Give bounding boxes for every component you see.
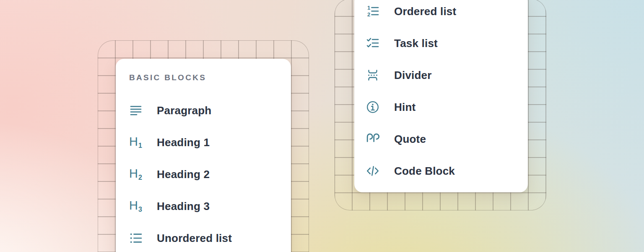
svg-text:2: 2 [367,11,370,18]
list-item-label: Ordered list [394,5,456,18]
list-item[interactable]: 12Ordered list [366,0,528,27]
list-item-label: Heading 3 [157,200,210,213]
list-item-label: Task list [394,37,438,50]
quote-icon [366,132,380,146]
list-item[interactable]: H1Heading 1 [129,126,291,158]
list-item-label: Paragraph [157,104,211,117]
paragraph-icon [129,104,143,117]
list-item[interactable]: H2Heading 2 [129,158,291,190]
ordered-list-icon: 12 [366,5,380,18]
divider-icon [366,68,380,82]
list-item-label: Code Block [394,165,455,178]
unordered-list-icon [129,231,143,245]
code-block-icon [366,164,380,178]
list-item[interactable]: Unordered list [129,222,291,252]
section-label-basic-blocks: BASIC BLOCKS [129,73,291,82]
list-item-label: Unordered list [157,232,232,245]
list-item[interactable]: Paragraph [129,94,291,126]
hint-icon [366,100,380,114]
blocks-item-list: 12Ordered listTask listDividerHintQuoteC… [366,0,528,187]
list-item-label: Quote [394,133,426,146]
heading-1-icon: H1 [129,136,143,149]
editor-blocks-hero: BASIC BLOCKS ParagraphH1Heading 1H2Headi… [0,0,644,252]
list-item-label: Divider [394,69,432,82]
list-item[interactable]: Task list [366,27,528,59]
task-list-icon [366,37,380,50]
list-item-label: Hint [394,101,415,114]
svg-text:1: 1 [367,5,370,11]
basic-blocks-item-list: ParagraphH1Heading 1H2Heading 2H3Heading… [129,94,291,252]
blocks-menu-continued: 12Ordered listTask listDividerHintQuoteC… [354,0,528,192]
list-item[interactable]: Code Block [366,155,528,187]
list-item[interactable]: Divider [366,59,528,91]
list-item-label: Heading 1 [157,136,210,149]
list-item[interactable]: H3Heading 3 [129,190,291,222]
heading-3-icon: H3 [129,200,143,213]
basic-blocks-menu: BASIC BLOCKS ParagraphH1Heading 1H2Headi… [116,59,291,252]
heading-2-icon: H2 [129,168,143,181]
list-item[interactable]: Quote [366,123,528,155]
list-item-label: Heading 2 [157,168,210,181]
list-item[interactable]: Hint [366,91,528,123]
